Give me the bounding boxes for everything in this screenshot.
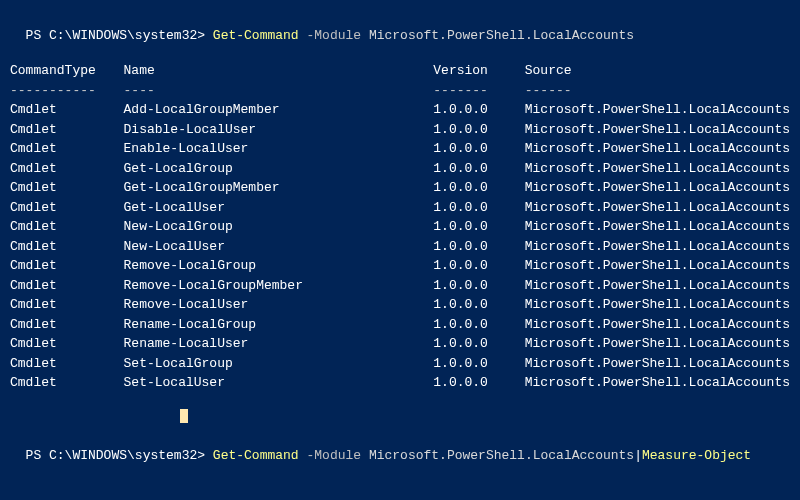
- cmdlet-name: Measure-Object: [642, 448, 751, 463]
- table-row: CmdletRename-LocalUser1.0.0.0Microsoft.P…: [10, 334, 790, 354]
- cell-source: Microsoft.PowerShell.LocalAccounts: [525, 120, 790, 140]
- underline: -------: [433, 81, 524, 101]
- cell-version: 1.0.0.0: [433, 295, 524, 315]
- cell-name: Set-LocalGroup: [124, 354, 434, 374]
- spacer: [10, 481, 790, 495]
- spacer: [10, 467, 790, 481]
- cell-version: 1.0.0.0: [433, 256, 524, 276]
- cursor-icon: [180, 409, 188, 423]
- pipe-icon: |: [634, 448, 642, 463]
- cell-name: Rename-LocalGroup: [124, 315, 434, 335]
- cell-source: Microsoft.PowerShell.LocalAccounts: [525, 256, 790, 276]
- cell-type: Cmdlet: [10, 159, 124, 179]
- cell-type: Cmdlet: [10, 334, 124, 354]
- col-header-source: Source: [525, 61, 790, 81]
- cell-version: 1.0.0.0: [433, 159, 524, 179]
- cell-source: Microsoft.PowerShell.LocalAccounts: [525, 373, 790, 393]
- col-header-commandtype: CommandType: [10, 61, 124, 81]
- table-row: CmdletAdd-LocalGroupMember1.0.0.0Microso…: [10, 100, 790, 120]
- cell-source: Microsoft.PowerShell.LocalAccounts: [525, 354, 790, 374]
- table-row: CmdletSet-LocalGroup1.0.0.0Microsoft.Pow…: [10, 354, 790, 374]
- cell-version: 1.0.0.0: [433, 334, 524, 354]
- table-row: CmdletRemove-LocalUser1.0.0.0Microsoft.P…: [10, 295, 790, 315]
- cmdlet-name: Get-Command: [213, 28, 299, 43]
- cell-source: Microsoft.PowerShell.LocalAccounts: [525, 139, 790, 159]
- cell-name: Remove-LocalGroup: [124, 256, 434, 276]
- cell-type: Cmdlet: [10, 100, 124, 120]
- table-row: CmdletGet-LocalGroup1.0.0.0Microsoft.Pow…: [10, 159, 790, 179]
- measure-output: Count : 15: [10, 495, 790, 500]
- table-row: CmdletRemove-LocalGroupMember1.0.0.0Micr…: [10, 276, 790, 296]
- col-header-name: Name: [124, 61, 434, 81]
- cell-version: 1.0.0.0: [433, 237, 524, 257]
- cell-source: Microsoft.PowerShell.LocalAccounts: [525, 276, 790, 296]
- cell-version: 1.0.0.0: [433, 198, 524, 218]
- cell-name: Rename-LocalUser: [124, 334, 434, 354]
- spacer: [10, 47, 790, 61]
- cmdlet-name: Get-Command: [213, 448, 299, 463]
- cell-source: Microsoft.PowerShell.LocalAccounts: [525, 315, 790, 335]
- cell-version: 1.0.0.0: [433, 100, 524, 120]
- cell-name: Disable-LocalUser: [124, 120, 434, 140]
- cell-source: Microsoft.PowerShell.LocalAccounts: [525, 159, 790, 179]
- cell-source: Microsoft.PowerShell.LocalAccounts: [525, 178, 790, 198]
- cell-version: 1.0.0.0: [433, 139, 524, 159]
- table-row: CmdletEnable-LocalUser1.0.0.0Microsoft.P…: [10, 139, 790, 159]
- cell-type: Cmdlet: [10, 354, 124, 374]
- cell-version: 1.0.0.0: [433, 373, 524, 393]
- table-row: CmdletDisable-LocalUser1.0.0.0Microsoft.…: [10, 120, 790, 140]
- underline: ----: [124, 81, 434, 101]
- table-row: CmdletRename-LocalGroup1.0.0.0Microsoft.…: [10, 315, 790, 335]
- cell-name: Enable-LocalUser: [124, 139, 434, 159]
- cell-type: Cmdlet: [10, 120, 124, 140]
- param-arg: Microsoft.PowerShell.LocalAccounts: [369, 28, 634, 43]
- cell-type: Cmdlet: [10, 276, 124, 296]
- cursor-line[interactable]: [10, 407, 790, 427]
- cell-type: Cmdlet: [10, 373, 124, 393]
- cell-type: Cmdlet: [10, 237, 124, 257]
- cell-type: Cmdlet: [10, 139, 124, 159]
- cell-source: Microsoft.PowerShell.LocalAccounts: [525, 198, 790, 218]
- cell-name: Set-LocalUser: [124, 373, 434, 393]
- underline: -----------: [10, 81, 124, 101]
- table-row: CmdletRemove-LocalGroup1.0.0.0Microsoft.…: [10, 256, 790, 276]
- cell-version: 1.0.0.0: [433, 217, 524, 237]
- cell-source: Microsoft.PowerShell.LocalAccounts: [525, 100, 790, 120]
- prompt-path: PS C:\WINDOWS\system32>: [26, 28, 213, 43]
- param-arg: Microsoft.PowerShell.LocalAccounts: [369, 448, 634, 463]
- table-underline-row: ----------- ---- ------- ------: [10, 81, 790, 101]
- cell-name: Remove-LocalUser: [124, 295, 434, 315]
- cell-version: 1.0.0.0: [433, 315, 524, 335]
- cell-source: Microsoft.PowerShell.LocalAccounts: [525, 217, 790, 237]
- command-line-1[interactable]: PS C:\WINDOWS\system32> Get-Command -Mod…: [10, 6, 790, 45]
- cell-name: Get-LocalUser: [124, 198, 434, 218]
- cell-version: 1.0.0.0: [433, 354, 524, 374]
- table-header-row: CommandType Name Version Source: [10, 61, 790, 81]
- underline: ------: [525, 81, 790, 101]
- cell-source: Microsoft.PowerShell.LocalAccounts: [525, 334, 790, 354]
- cell-source: Microsoft.PowerShell.LocalAccounts: [525, 237, 790, 257]
- cell-name: Add-LocalGroupMember: [124, 100, 434, 120]
- output-table: CommandType Name Version Source --------…: [10, 61, 790, 393]
- prompt-path: PS C:\WINDOWS\system32>: [26, 448, 213, 463]
- cell-type: Cmdlet: [10, 295, 124, 315]
- table-row: CmdletNew-LocalGroup1.0.0.0Microsoft.Pow…: [10, 217, 790, 237]
- cell-version: 1.0.0.0: [433, 120, 524, 140]
- table-row: CmdletSet-LocalUser1.0.0.0Microsoft.Powe…: [10, 373, 790, 393]
- command-line-2[interactable]: PS C:\WINDOWS\system32> Get-Command -Mod…: [10, 426, 790, 465]
- cell-version: 1.0.0.0: [433, 276, 524, 296]
- table-row: CmdletGet-LocalGroupMember1.0.0.0Microso…: [10, 178, 790, 198]
- cell-name: New-LocalGroup: [124, 217, 434, 237]
- table-row: CmdletGet-LocalUser1.0.0.0Microsoft.Powe…: [10, 198, 790, 218]
- cell-type: Cmdlet: [10, 256, 124, 276]
- cell-name: Get-LocalGroupMember: [124, 178, 434, 198]
- cell-type: Cmdlet: [10, 198, 124, 218]
- cell-type: Cmdlet: [10, 217, 124, 237]
- spacer: [10, 393, 790, 407]
- cell-type: Cmdlet: [10, 178, 124, 198]
- param-flag: -Module: [299, 448, 369, 463]
- cell-type: Cmdlet: [10, 315, 124, 335]
- col-header-version: Version: [433, 61, 524, 81]
- cell-name: New-LocalUser: [124, 237, 434, 257]
- cell-name: Remove-LocalGroupMember: [124, 276, 434, 296]
